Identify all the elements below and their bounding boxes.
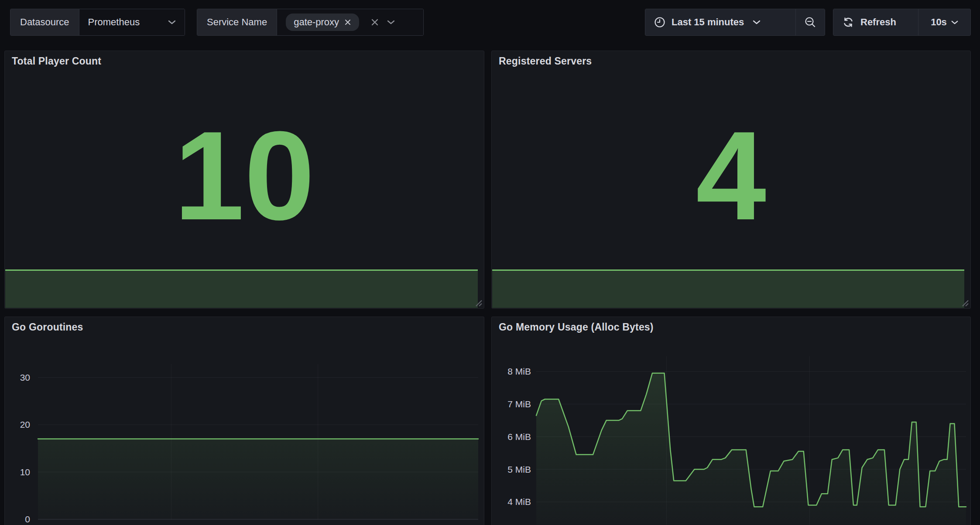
goroutines-chart[interactable]: 0102030 [5,317,484,525]
refresh-label: Refresh [860,17,896,28]
chevron-down-icon [168,20,176,25]
resize-handle-icon[interactable] [959,297,969,307]
svg-text:8 MiB: 8 MiB [507,366,531,376]
svg-text:30: 30 [20,372,30,382]
svg-text:20: 20 [20,419,30,430]
svg-text:6 MiB: 6 MiB [507,432,531,442]
refresh-picker-group: Refresh 10s [833,9,971,36]
chevron-down-icon [951,20,958,25]
time-picker-group: Last 15 minutes [645,9,825,36]
datasource-value: Prometheus [88,17,140,28]
svg-text:7 MiB: 7 MiB [507,399,531,409]
zoom-out-button[interactable] [796,9,825,35]
service-name-filter: Service Name gate-proxy [197,9,424,36]
panel-go-goroutines: Go Goroutines 0102030 [4,317,484,525]
datasource-label: Datasource [10,9,79,35]
resize-handle-icon[interactable] [473,297,482,307]
svg-text:0: 0 [25,514,30,524]
x-icon[interactable] [344,19,351,26]
panel-title[interactable]: Registered Servers [499,55,592,67]
time-range-button[interactable]: Last 15 minutes [645,9,795,35]
panel-title[interactable]: Total Player Count [12,55,101,67]
time-range-label: Last 15 minutes [672,17,744,28]
chevron-down-icon[interactable] [387,20,395,25]
service-name-tag-label: gate-proxy [294,17,339,28]
datasource-select[interactable]: Prometheus [79,9,185,35]
refresh-interval-select[interactable]: 10s [918,9,970,35]
refresh-interval-value: 10s [931,17,947,28]
service-name-label: Service Name [197,9,277,35]
panel-go-memory: Go Memory Usage (Alloc Bytes) 4 MiB5 MiB… [491,317,971,525]
svg-text:5 MiB: 5 MiB [507,464,531,474]
stat-sparkline [5,269,478,308]
stat-value: 10 [5,82,484,269]
svg-text:10: 10 [20,467,30,477]
refresh-icon [842,16,854,28]
stat-value: 4 [492,82,970,269]
refresh-button[interactable]: Refresh [833,9,918,35]
svg-text:4 MiB: 4 MiB [507,497,531,507]
panel-registered-servers: Registered Servers 4 [491,51,971,309]
clock-icon [654,17,665,28]
memory-chart[interactable]: 4 MiB5 MiB6 MiB7 MiB8 MiB [492,317,970,525]
datasource-picker: Datasource Prometheus [10,9,185,36]
clear-all-x-icon[interactable] [370,18,379,27]
zoom-out-icon [804,16,816,28]
chevron-down-icon [753,20,761,25]
service-name-tag[interactable]: gate-proxy [286,14,359,31]
panel-total-player-count: Total Player Count 10 [4,51,484,309]
service-name-select[interactable]: gate-proxy [277,9,423,35]
stat-sparkline [492,269,964,308]
